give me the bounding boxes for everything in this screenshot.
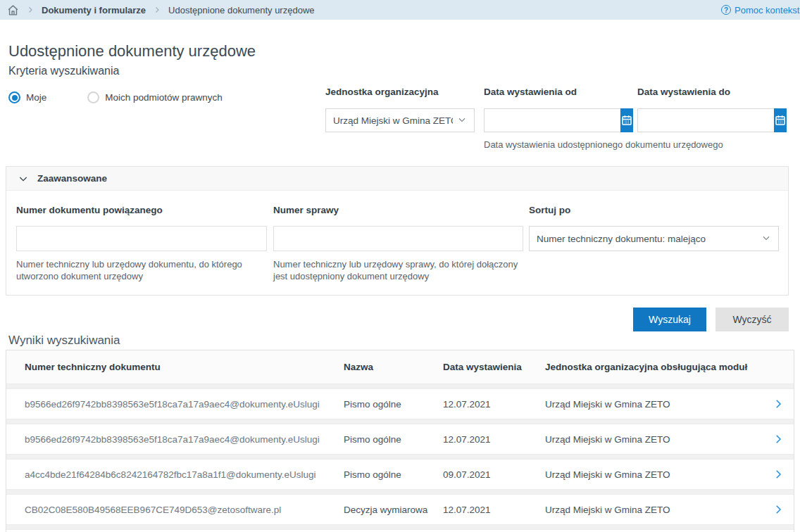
advanced-toggle[interactable]: Zaawansowane: [6, 167, 788, 191]
document-name: Pismo ogólne: [344, 399, 443, 410]
radio-moje-label: Moje: [26, 92, 46, 103]
radio-moje[interactable]: Moje: [8, 91, 46, 103]
page: Dokumenty i formularze Udostępnione doku…: [0, 0, 800, 532]
document-technical-id: a4cc4bde21f64284b6c8242164782fbc17a8a1f1…: [25, 469, 344, 480]
owner-radio-group: Moje Moich podmiotów prawnych: [8, 91, 223, 103]
sortuj-value: Numer techniczny dokumentu: malejąco: [537, 234, 757, 244]
chevron-right-icon[interactable]: [763, 433, 794, 445]
data-do-input[interactable]: [637, 108, 774, 132]
col-nazwa: Nazwa: [344, 362, 443, 372]
search-button[interactable]: Wyszukaj: [633, 308, 706, 331]
document-name: Decyzja wymiarowa: [344, 505, 443, 515]
sortuj-label: Sortuj po: [529, 205, 570, 215]
chevron-down-icon: [761, 233, 771, 245]
radio-podmioty-label: Moich podmiotów prawnych: [105, 92, 223, 103]
page-title: Udostępnione dokumenty urzędowe: [8, 42, 256, 61]
breadcrumb-item-dokumenty[interactable]: Dokumenty i formularze: [42, 5, 146, 15]
radio-unselected-icon: [87, 91, 99, 103]
numer-sprawy-label: Numer sprawy: [273, 205, 339, 215]
context-help-link[interactable]: ? Pomoc kontekstowa: [721, 0, 800, 20]
advanced-title: Zaawansowane: [37, 173, 107, 184]
col-data-wystawienia: Data wystawienia: [443, 362, 545, 372]
sortuj-select[interactable]: Numer techniczny dokumentu: malejąco: [529, 226, 779, 251]
chevron-right-icon[interactable]: [763, 398, 794, 410]
chevron-right-icon: [26, 6, 35, 14]
question-icon: ?: [721, 5, 731, 15]
data-od-label: Data wystawienia od: [484, 87, 577, 97]
numer-sprawy-input[interactable]: [273, 226, 523, 251]
data-do-calendar-button[interactable]: [774, 108, 787, 132]
calendar-icon: [774, 114, 787, 127]
col-jednostka: Jednostka organizacyjna obsługująca modu…: [545, 362, 763, 372]
col-numer-techniczny: Numer techniczny dokumentu: [25, 362, 344, 372]
chevron-down-icon: [457, 115, 467, 127]
context-help-label: Pomoc kontekstowa: [735, 5, 800, 15]
numer-dokumentu-input[interactable]: [16, 226, 267, 251]
jednostka-select[interactable]: Urząd Miejski w Gmina ZETO, U...: [325, 108, 475, 132]
data-do-label: Data wystawienia do: [637, 87, 730, 97]
document-date: 12.07.2021: [443, 399, 545, 410]
document-unit: Urząd Miejski w Gmina ZETO: [545, 469, 763, 480]
breadcrumb: Dokumenty i formularze Udostępnione doku…: [0, 0, 800, 20]
data-do-group: [637, 108, 786, 132]
table-row[interactable]: a4cc4bde21f64284b6c8242164782fbc17a8a1f1…: [6, 459, 794, 490]
radio-podmioty[interactable]: Moich podmiotów prawnych: [87, 91, 223, 103]
advanced-panel: Zaawansowane Numer dokumentu powiązanego…: [6, 166, 789, 296]
table-row[interactable]: b9566ed26f9742bb8398563e5f18ca7a17a9aec4…: [6, 388, 794, 419]
chevron-right-icon[interactable]: [763, 503, 794, 516]
document-technical-id: b9566ed26f9742bb8398563e5f18ca7a17a9aec4…: [25, 399, 344, 410]
jednostka-value: Urząd Miejski w Gmina ZETO, U...: [333, 115, 453, 126]
date-hint: Data wystawienia udostępnionego dokument…: [484, 139, 787, 151]
document-date: 12.07.2021: [443, 434, 545, 445]
numer-sprawy-hint: Numer techniczny lub urzędowy sprawy, do…: [273, 258, 527, 282]
document-name: Pismo ogólne: [344, 469, 443, 480]
table-header: Numer techniczny dokumentu Nazwa Data wy…: [6, 350, 794, 384]
chevron-right-icon[interactable]: [763, 468, 794, 481]
chevron-right-icon: [153, 6, 161, 14]
document-date: 09.07.2021: [443, 469, 545, 480]
numer-dokumentu-hint: Numer techniczny lub urzędowy dokumentu,…: [16, 258, 263, 282]
numer-dokumentu-label: Numer dokumentu powiązanego: [16, 205, 163, 215]
document-technical-id: CB02C08E580B49568EEB967CE749D653@zetosof…: [25, 505, 344, 515]
clear-button[interactable]: Wyczyść: [715, 308, 789, 331]
advanced-body: Numer dokumentu powiązanego Numer techni…: [6, 191, 788, 295]
document-date: 12.07.2021: [443, 505, 545, 515]
results-title: Wyniki wyszukiwania: [8, 334, 120, 348]
document-unit: Urząd Miejski w Gmina ZETO: [545, 505, 763, 515]
results-rows: b9566ed26f9742bb8398563e5f18ca7a17a9aec4…: [6, 388, 794, 532]
chevron-down-icon: [18, 173, 29, 184]
document-unit: Urząd Miejski w Gmina ZETO: [545, 399, 763, 410]
results-table: Numer techniczny dokumentu Nazwa Data wy…: [6, 350, 794, 532]
document-name: Pismo ogólne: [344, 434, 443, 445]
data-od-group: [484, 108, 632, 132]
table-row-partial[interactable]: [6, 529, 794, 532]
data-od-calendar-button[interactable]: [620, 108, 633, 132]
data-od-input[interactable]: [484, 108, 620, 132]
table-row[interactable]: b9566ed26f9742bb8398563e5f18ca7a17a9aec4…: [6, 424, 794, 455]
jednostka-label: Jednostka organizacyjna: [325, 87, 439, 97]
search-criteria-heading: Kryteria wyszukiwania: [8, 65, 119, 77]
breadcrumb-item-current: Udostępnione dokumenty urzędowe: [168, 5, 314, 15]
document-technical-id: b9566ed26f9742bb8398563e5f18ca7a17a9aec4…: [25, 434, 344, 445]
radio-selected-icon: [8, 91, 20, 103]
document-unit: Urząd Miejski w Gmina ZETO: [545, 434, 763, 445]
home-icon[interactable]: [7, 4, 19, 16]
calendar-icon: [620, 114, 633, 127]
table-row[interactable]: CB02C08E580B49568EEB967CE749D653@zetosof…: [6, 494, 794, 525]
